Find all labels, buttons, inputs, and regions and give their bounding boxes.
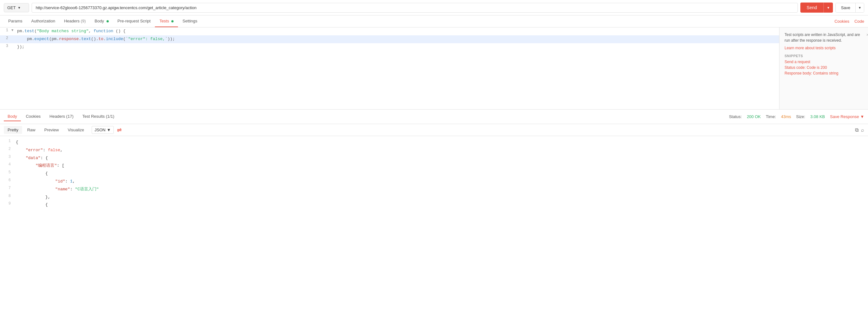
response-status-area: Status: 200 OK Time: 43ms Size: 3.08 KB … (729, 114, 864, 119)
wrap-button[interactable]: ⇌ (117, 127, 122, 134)
line-code-2: pm.expect(pm.response.text().to.include(… (16, 36, 779, 43)
json-line-7: 7 "name": "C语言入门" (0, 186, 868, 193)
save-response-button[interactable]: Save Response ▼ (830, 114, 864, 119)
snippet-status-code[interactable]: Status code: Code is 200 (784, 65, 863, 70)
hints-panel: Test scripts are written in JavaScript, … (779, 28, 868, 109)
fold-arrow-1[interactable]: ▼ (11, 28, 16, 32)
wrap-icon: ⇌ (117, 127, 122, 134)
toolbar-right-icons: ⧉ ⌕ (855, 127, 864, 133)
learn-more-link[interactable]: Learn more about tests scripts (784, 46, 835, 50)
search-button[interactable]: ⌕ (861, 127, 864, 133)
line-number-2: 2 (0, 36, 11, 40)
json-viewer: 1 { 2 "error": false, 3 "data": { 4 "编程语… (0, 136, 868, 288)
editor-line-1: 1 ▼ pm.test("Body matches string", funct… (0, 28, 779, 35)
time-label: Time: (766, 114, 776, 119)
save-button-group: Save ▼ (835, 3, 864, 13)
fold-arrow-3 (11, 43, 16, 48)
json-line-6: 6 "id": 1, (0, 178, 868, 186)
send-button-group: Send ▼ (800, 3, 833, 13)
status-value: 200 OK (747, 114, 761, 119)
json-line-3: 3 "data": { (0, 154, 868, 162)
editor-line-3: 3 }); (0, 43, 779, 51)
snippet-send-request[interactable]: Send a request (784, 60, 863, 64)
send-dropdown-button[interactable]: ▼ (824, 3, 833, 13)
copy-button[interactable]: ⧉ (855, 127, 859, 133)
tab-headers[interactable]: Headers (9) (60, 15, 90, 27)
status-label: Status: (729, 114, 742, 119)
format-tab-visualize[interactable]: Visualize (64, 126, 88, 134)
json-line-8: 8 }, (0, 193, 868, 202)
response-tab-headers[interactable]: Headers (17) (46, 112, 78, 121)
tests-dot-indicator (171, 20, 174, 23)
json-line-2: 2 "error": false, (0, 146, 868, 154)
tab-authorization[interactable]: Authorization (27, 15, 60, 27)
method-selector[interactable]: GET ▼ (4, 3, 29, 12)
hints-description: Test scripts are written in JavaScript, … (784, 32, 863, 43)
hints-expand-arrow[interactable]: › (866, 32, 868, 37)
json-line-5: 5 { (0, 170, 868, 178)
json-line-4: 4 "编程语言": [ (0, 162, 868, 170)
tabs-right-links: Cookies Code (835, 19, 864, 24)
json-line-9: 9 { (0, 201, 868, 209)
response-tab-cookies[interactable]: Cookies (22, 112, 44, 121)
size-label: Size: (796, 114, 805, 119)
line-code-1: pm.test("Body matches string", function … (16, 28, 779, 35)
response-header: Body Cookies Headers (17) Test Results (… (0, 110, 868, 124)
time-value: 43ms (781, 114, 791, 119)
snippet-response-body[interactable]: Response body: Contains string (784, 71, 863, 75)
tab-body[interactable]: Body (90, 15, 113, 27)
cookies-link[interactable]: Cookies (835, 19, 849, 24)
save-dropdown-button[interactable]: ▼ (855, 3, 864, 12)
tab-tests[interactable]: Tests (155, 15, 178, 27)
request-tabs: Params Authorization Headers (9) Body Pr… (0, 15, 868, 28)
response-tab-test-results[interactable]: Test Results (1/1) (79, 112, 118, 121)
code-editor[interactable]: 1 ▼ pm.test("Body matches string", funct… (0, 28, 779, 109)
format-dropdown-arrow-icon: ▼ (107, 128, 111, 132)
fold-arrow-2 (11, 36, 16, 40)
code-link[interactable]: Code (855, 19, 864, 24)
format-tab-pretty[interactable]: Pretty (4, 126, 22, 134)
main-area: 1 ▼ pm.test("Body matches string", funct… (0, 28, 868, 110)
body-toolbar: Pretty Raw Preview Visualize JSON ▼ ⇌ ⧉ … (0, 124, 868, 136)
url-input[interactable] (32, 3, 798, 13)
format-select-dropdown[interactable]: JSON ▼ (92, 126, 114, 134)
format-tab-raw[interactable]: Raw (23, 126, 39, 134)
size-value: 3.08 KB (810, 114, 825, 119)
json-line-1: 1 { (0, 139, 868, 146)
response-tab-body[interactable]: Body (4, 112, 21, 121)
url-bar: GET ▼ Send ▼ Save ▼ (0, 0, 868, 15)
snippets-title: SNIPPETS (784, 54, 863, 58)
line-code-3: }); (16, 43, 779, 51)
tab-prerequest[interactable]: Pre-request Script (113, 15, 155, 27)
line-number-3: 3 (0, 43, 11, 48)
method-dropdown-arrow-icon: ▼ (18, 6, 21, 9)
format-tab-preview[interactable]: Preview (40, 126, 63, 134)
body-dot-indicator (106, 20, 109, 23)
save-button[interactable]: Save (836, 3, 855, 12)
tab-params[interactable]: Params (4, 15, 27, 27)
editor-line-2: 2 pm.expect(pm.response.text().to.includ… (0, 35, 779, 43)
tab-settings[interactable]: Settings (178, 15, 202, 27)
method-label: GET (7, 5, 16, 10)
send-button[interactable]: Send (800, 3, 824, 13)
line-number-1: 1 (0, 28, 11, 33)
